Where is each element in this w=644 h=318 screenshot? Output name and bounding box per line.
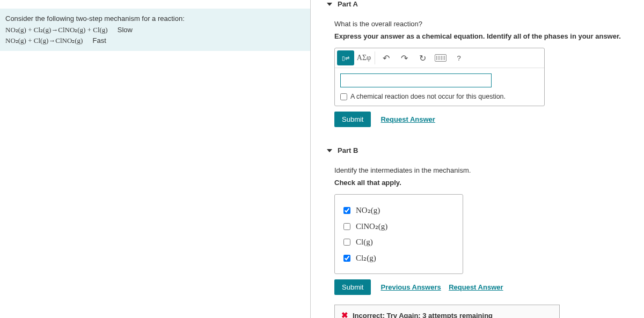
problem-intro: Consider the following two-step mechanis… [5, 13, 305, 24]
part-b-content: Identify the intermediates in the mechan… [320, 158, 644, 318]
option-label: ClNO₂(g) [356, 221, 387, 231]
option-row: Cl(g) [343, 234, 454, 250]
request-answer-link[interactable]: Request Answer [380, 115, 435, 123]
no-reaction-checkbox[interactable] [340, 93, 347, 100]
incorrect-icon: ✖ [341, 310, 348, 318]
option-label: Cl₂(g) [356, 253, 376, 263]
help-button[interactable]: ? [450, 50, 467, 65]
equation-input-area [335, 68, 544, 93]
option-label: NO₂(g) [356, 205, 380, 215]
keyboard-button[interactable] [432, 50, 449, 65]
problem-statement-panel: Consider the following two-step mechanis… [0, 9, 310, 51]
part-a-header[interactable]: Part A [327, 0, 644, 11]
equation-input[interactable] [340, 73, 492, 87]
submit-button[interactable]: Submit [334, 112, 371, 127]
problem-step2: NO₂(g) + Cl(g)→ClNO₂(g) Fast [5, 35, 305, 46]
greek-letters-button[interactable]: ΑΣφ [355, 50, 372, 65]
option-label: Cl(g) [356, 238, 373, 247]
part-b-header[interactable]: Part B [327, 146, 644, 158]
feedback-box: ✖ Incorrect; Try Again; 3 attempts remai… [334, 305, 560, 318]
reset-button[interactable]: ↻ [414, 50, 431, 65]
option-checkbox-no2[interactable] [343, 207, 350, 214]
part-b-instruction: Check all that apply. [334, 179, 644, 187]
feedback-text: Incorrect; Try Again; 3 attempts remaini… [353, 312, 493, 319]
option-row: Cl₂(g) [343, 250, 454, 266]
option-checkbox-clno2[interactable] [343, 223, 350, 230]
equation-editor: ▯⇌ ΑΣφ ↶ ↷ ↻ ? A chemical reaction does … [334, 48, 545, 106]
part-b-question: Identify the intermediates in the mechan… [334, 166, 644, 174]
option-checkbox-cl[interactable] [343, 239, 350, 246]
caret-down-icon [327, 149, 332, 152]
part-a-question: What is the overall reaction? [334, 20, 644, 28]
option-row: ClNO₂(g) [343, 218, 454, 234]
no-reaction-row: A chemical reaction does not occur for t… [335, 93, 544, 106]
part-b-actions: Submit Previous Answers Request Answer [334, 279, 644, 295]
caret-down-icon [327, 3, 332, 6]
answer-panel: Part A What is the overall reaction? Exp… [310, 0, 644, 318]
part-a-instruction: Express your answer as a chemical equati… [334, 32, 644, 40]
undo-button[interactable]: ↶ [377, 50, 394, 65]
problem-step1: NO₂(g) + Cl₂(g)→ClNO₂(g) + Cl(g) Slow [5, 25, 305, 35]
submit-button[interactable]: Submit [334, 279, 371, 295]
options-box: NO₂(g) ClNO₂(g) Cl(g) Cl₂(g) [334, 194, 463, 274]
keyboard-icon [435, 54, 447, 62]
problem-box: Consider the following two-step mechanis… [0, 9, 310, 51]
redo-button[interactable]: ↷ [396, 50, 413, 65]
part-a-content: What is the overall reaction? Express yo… [320, 11, 644, 146]
template-button[interactable]: ▯⇌ [337, 50, 354, 65]
no-reaction-label: A chemical reaction does not occur for t… [350, 93, 506, 100]
previous-answers-link[interactable]: Previous Answers [380, 283, 441, 291]
option-checkbox-cl2[interactable] [343, 255, 350, 262]
part-a-actions: Submit Request Answer [334, 112, 644, 127]
option-row: NO₂(g) [343, 202, 454, 218]
editor-toolbar: ▯⇌ ΑΣφ ↶ ↷ ↻ ? [335, 48, 544, 68]
request-answer-link[interactable]: Request Answer [449, 283, 503, 291]
